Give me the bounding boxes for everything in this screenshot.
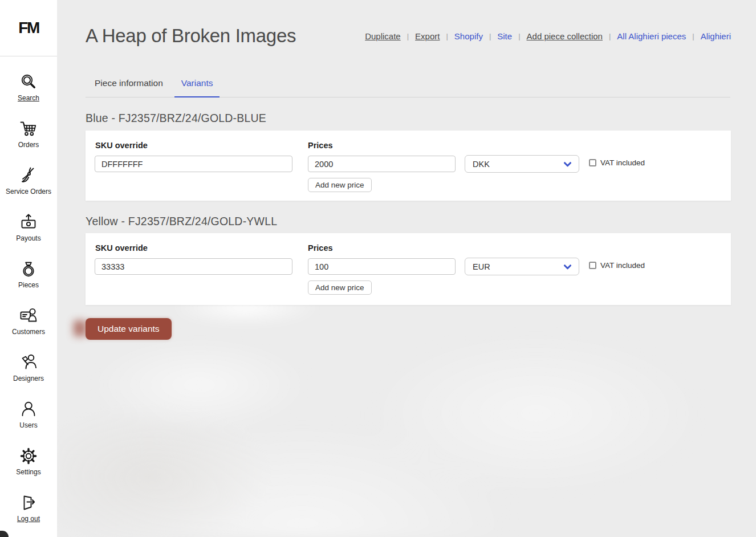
shopify-link[interactable]: Shopify — [454, 31, 483, 41]
sidebar-item-label: Customers — [12, 328, 45, 336]
prices-label: Prices — [308, 141, 333, 150]
sidebar-item-pieces[interactable]: Pieces — [0, 251, 57, 298]
chevron-down-icon — [564, 262, 571, 271]
sidebar-item-label: Payouts — [16, 234, 40, 242]
prices-label: Prices — [308, 243, 333, 253]
sidebar-item-users[interactable]: Users — [0, 391, 57, 438]
gear-icon — [19, 446, 38, 466]
ring-icon — [19, 259, 38, 279]
sidebar-item-settings[interactable]: Settings — [0, 438, 57, 485]
search-icon — [19, 72, 38, 92]
page-title: A Heap of Broken Images — [86, 25, 296, 47]
sidebar-item-label: Users — [19, 421, 37, 429]
site-link[interactable]: Site — [497, 31, 512, 41]
sidebar-item-service-orders[interactable]: Service Orders — [0, 157, 57, 204]
sidebar-item-orders[interactable]: Orders — [0, 111, 57, 157]
sidebar-item-label: Orders — [18, 141, 39, 149]
sidebar-item-label: Log out — [17, 515, 40, 523]
link-separator: | — [489, 32, 491, 40]
blur-artifact — [74, 320, 86, 336]
add-new-price-button[interactable]: Add new price — [308, 178, 372, 192]
add-new-price-button[interactable]: Add new price — [308, 280, 372, 295]
alighieri-link[interactable]: Alighieri — [701, 31, 731, 41]
sku-override-input[interactable] — [95, 258, 292, 275]
user-icon — [19, 400, 38, 419]
all-alighieri-pieces-link[interactable]: All Alighieri pieces — [617, 31, 686, 41]
logout-icon — [19, 493, 38, 512]
sidebar-item-logout[interactable]: Log out — [0, 485, 57, 531]
sidebar-item-label: Designers — [13, 375, 44, 383]
designer-hammer-icon — [19, 353, 38, 372]
app-logo: FM — [18, 19, 38, 37]
price-input[interactable] — [308, 156, 456, 172]
header-action-links: Duplicate | Export | Shopify | Site | Ad… — [365, 31, 731, 41]
currency-select[interactable]: EUR — [465, 258, 579, 275]
customer-card-icon — [19, 306, 38, 326]
duplicate-link[interactable]: Duplicate — [365, 31, 401, 41]
variant-card-blue: SKU override Prices DKK VAT included Add… — [86, 131, 731, 201]
cart-icon — [19, 119, 38, 139]
variant-heading-blue: Blue - FJ2357/BRZ/24/GOLD-BLUE — [86, 112, 266, 125]
sidebar-item-payouts[interactable]: Payouts — [0, 204, 57, 251]
sidebar-item-customers[interactable]: Customers — [0, 298, 57, 344]
vat-included-toggle[interactable]: VAT included — [589, 261, 645, 270]
vat-included-toggle[interactable]: VAT included — [589, 158, 645, 167]
vat-label: VAT included — [600, 261, 645, 270]
currency-value: DKK — [473, 160, 490, 169]
logo-box[interactable]: FM — [0, 0, 57, 56]
add-piece-collection-link[interactable]: Add piece collection — [527, 31, 603, 41]
tab-bar: Piece information Variants — [86, 78, 730, 97]
payout-icon — [19, 213, 38, 232]
vat-label: VAT included — [600, 158, 645, 167]
link-separator: | — [446, 32, 448, 40]
sidebar: FM Search Orders Service Orders Payouts — [0, 0, 57, 537]
sku-override-label: SKU override — [95, 141, 148, 150]
sidebar-item-designers[interactable]: Designers — [0, 344, 57, 391]
tab-piece-information[interactable]: Piece information — [95, 78, 163, 97]
link-separator: | — [692, 32, 694, 40]
price-input[interactable] — [308, 258, 456, 275]
export-link[interactable]: Export — [415, 31, 440, 41]
sku-override-input[interactable] — [95, 156, 292, 172]
currency-select[interactable]: DKK — [465, 155, 579, 173]
main-content: A Heap of Broken Images Duplicate | Expo… — [57, 0, 756, 537]
currency-value: EUR — [473, 262, 490, 271]
link-separator: | — [609, 32, 611, 40]
link-separator: | — [407, 32, 409, 40]
sidebar-item-label: Service Orders — [6, 188, 51, 196]
sidebar-nav: Search Orders Service Orders Payouts Pie… — [0, 56, 57, 531]
sidebar-item-label: Search — [18, 94, 39, 102]
update-variants-button[interactable]: Update variants — [86, 318, 172, 340]
sidebar-item-label: Settings — [16, 468, 40, 476]
chevron-down-icon — [564, 160, 571, 169]
sidebar-item-search[interactable]: Search — [0, 64, 57, 111]
sidebar-item-label: Pieces — [18, 281, 39, 289]
pliers-icon — [19, 166, 38, 185]
variant-heading-yellow: Yellow - FJ2357/BRZ/24/GOLD-YWLL — [86, 215, 277, 228]
vat-checkbox[interactable] — [589, 262, 596, 269]
variant-card-yellow: SKU override Prices EUR VAT included Add… — [86, 233, 731, 305]
link-separator: | — [518, 32, 520, 40]
tab-variants[interactable]: Variants — [174, 78, 220, 97]
vat-checkbox[interactable] — [589, 159, 596, 166]
sku-override-label: SKU override — [95, 243, 148, 253]
